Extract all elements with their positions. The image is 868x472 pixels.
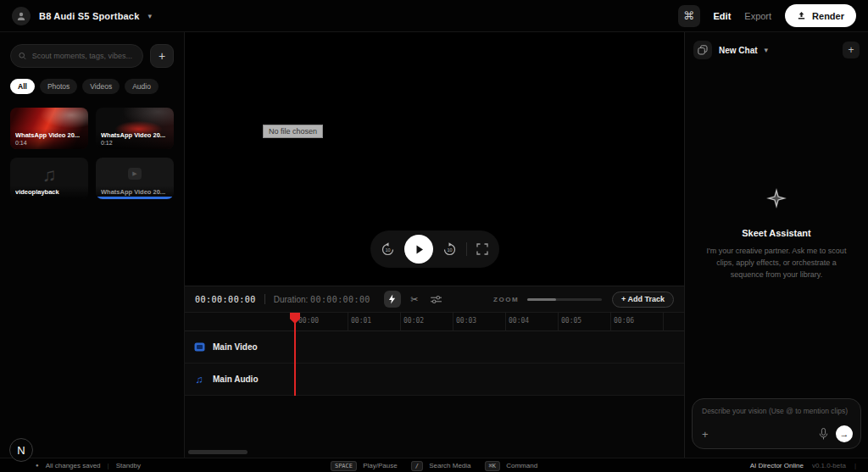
chats-icon <box>698 45 708 55</box>
chat-header: New Chat ▾ + <box>685 32 868 68</box>
export-menu[interactable]: Export <box>744 11 771 21</box>
sliders-icon <box>431 295 442 304</box>
new-chat-button[interactable]: + <box>843 42 860 58</box>
audio-track-icon: ♫ <box>193 374 205 386</box>
send-button[interactable]: → <box>836 425 853 442</box>
skip-forward-10-button[interactable]: 10 <box>442 242 457 257</box>
plus-icon: + <box>848 44 854 56</box>
shortcut-label: Search Media <box>429 462 470 469</box>
play-button[interactable] <box>404 235 433 264</box>
svg-text:10: 10 <box>385 247 390 253</box>
timeline-ruler[interactable]: 00:00 00:01 00:02 00:03 00:04 00:05 00:0… <box>185 313 684 331</box>
media-filters: All Photos Videos Audio <box>10 79 174 94</box>
duration-value: 00:00:00:00 <box>310 295 370 304</box>
filter-audio[interactable]: Audio <box>125 79 159 94</box>
play-icon <box>414 244 425 255</box>
chevron-down-icon: ▾ <box>148 12 153 20</box>
sparkle-icon <box>765 187 787 209</box>
media-card-duration: 0:14 <box>15 140 83 146</box>
fullscreen-button[interactable] <box>476 243 488 255</box>
ruler-tick-label: 00:01 <box>351 317 371 325</box>
track-label: Main Audio <box>213 375 259 384</box>
media-grid: WhatsApp Video 20... 0:14 WhatsApp Video… <box>10 108 174 199</box>
track-main-video[interactable]: Main Video <box>185 331 684 364</box>
render-label: Render <box>812 11 844 21</box>
ruler-tick-label: 00:06 <box>614 317 634 325</box>
video-play-icon: ▶ <box>128 168 142 180</box>
project-switcher[interactable]: B8 Audi S5 Sportback ▾ <box>12 7 152 25</box>
kbd-slash: / <box>411 461 423 471</box>
media-card-label: videoplayback <box>15 188 83 196</box>
media-card-video-loading[interactable]: ▶ WhatsApp Video 20... <box>96 158 174 199</box>
magnetic-snap-button[interactable] <box>384 291 401 308</box>
media-library-panel: + All Photos Videos Audio WhatsApp Video… <box>0 32 185 458</box>
video-preview-area: No file chosen 10 10 <box>185 32 684 286</box>
chevron-down-icon: ▾ <box>765 46 769 54</box>
scissors-icon: ✂ <box>410 294 418 305</box>
chat-input-box[interactable]: + → <box>692 398 861 449</box>
topbar-actions: ⌘ Edit Export Render <box>678 4 856 27</box>
adjustments-button[interactable] <box>428 291 445 308</box>
track-label: Main Video <box>213 342 258 352</box>
timeline-panel: 00:00:00:00 Duration: 00:00:00:00 ✂ <box>185 286 684 458</box>
command-icon: ⌘ <box>683 9 694 22</box>
file-input[interactable]: No file chosen <box>263 125 323 138</box>
filter-videos[interactable]: Videos <box>82 79 120 94</box>
shortcut-label: Command <box>506 462 537 469</box>
render-icon <box>797 11 806 20</box>
track-main-audio[interactable]: ♫ Main Audio <box>185 364 684 396</box>
ruler-tick-label: 00:00 <box>298 317 319 325</box>
upload-progress-bar <box>96 197 174 199</box>
media-card-video-2[interactable]: WhatsApp Video 20... 0:12 <box>96 108 174 149</box>
filter-photos[interactable]: Photos <box>40 79 77 94</box>
ruler-tick-label: 00:05 <box>561 317 581 325</box>
timeline-tracks: Main Video ♫ Main Audio <box>185 331 684 396</box>
project-title: B8 Audi S5 Sportback <box>39 11 140 21</box>
assistant-name: Skeet Assistant <box>700 228 853 238</box>
media-card-label: WhatsApp Video 20... <box>101 188 169 196</box>
transport-divider <box>466 242 467 256</box>
duration-label: Duration: <box>274 295 309 304</box>
music-note-icon: ♫ <box>42 164 57 186</box>
playback-controls: 10 10 <box>370 230 499 268</box>
media-card-duration: 0:12 <box>101 140 169 146</box>
status-bar: ● All changes saved | Standby SPACE Play… <box>0 458 868 472</box>
mic-button[interactable] <box>819 428 828 440</box>
add-track-button[interactable]: + Add Track <box>612 292 674 308</box>
add-media-button[interactable]: + <box>150 44 174 68</box>
person-icon <box>16 11 26 21</box>
zoom-slider-fill <box>527 298 556 301</box>
timeline-scrollbar[interactable] <box>188 450 248 454</box>
lightning-icon <box>388 294 396 304</box>
chat-input-field[interactable] <box>702 407 851 422</box>
playhead-line[interactable] <box>294 313 296 396</box>
director-status: AI Director Online <box>750 462 804 469</box>
media-card-video-1[interactable]: WhatsApp Video 20... 0:14 <box>10 108 88 149</box>
zoom-label: ZOOM <box>493 296 519 303</box>
media-card-label: WhatsApp Video 20... <box>101 131 169 139</box>
current-timecode: 00:00:00:00 <box>195 295 256 304</box>
media-search[interactable] <box>10 44 143 68</box>
command-palette-button[interactable]: ⌘ <box>678 5 700 27</box>
app-window: B8 Audi S5 Sportback ▾ ⌘ Edit Export Ren… <box>0 0 868 472</box>
fullscreen-icon <box>476 243 488 255</box>
filter-all[interactable]: All <box>10 79 35 94</box>
assistant-description: I'm your creative partner. Ask me to sco… <box>700 246 853 281</box>
search-input[interactable] <box>32 52 135 60</box>
edit-menu[interactable]: Edit <box>714 11 732 21</box>
chat-sessions-button[interactable] <box>693 41 712 59</box>
user-avatar[interactable] <box>12 7 31 25</box>
attach-button[interactable]: + <box>702 428 709 441</box>
skip-back-10-button[interactable]: 10 <box>381 242 395 257</box>
ruler-tick-label: 00:03 <box>456 317 476 325</box>
nextjs-dev-badge[interactable]: N <box>9 438 33 462</box>
engine-status: Standby <box>116 462 141 469</box>
chat-title[interactable]: New Chat <box>719 46 758 55</box>
cut-button[interactable]: ✂ <box>406 291 423 308</box>
media-card-label: WhatsApp Video 20... <box>15 131 83 139</box>
video-track-icon <box>193 342 205 353</box>
zoom-slider[interactable] <box>527 298 602 301</box>
svg-text:10: 10 <box>447 247 452 253</box>
media-card-audio[interactable]: ♫ videoplayback <box>10 158 88 199</box>
render-button[interactable]: Render <box>785 4 856 27</box>
